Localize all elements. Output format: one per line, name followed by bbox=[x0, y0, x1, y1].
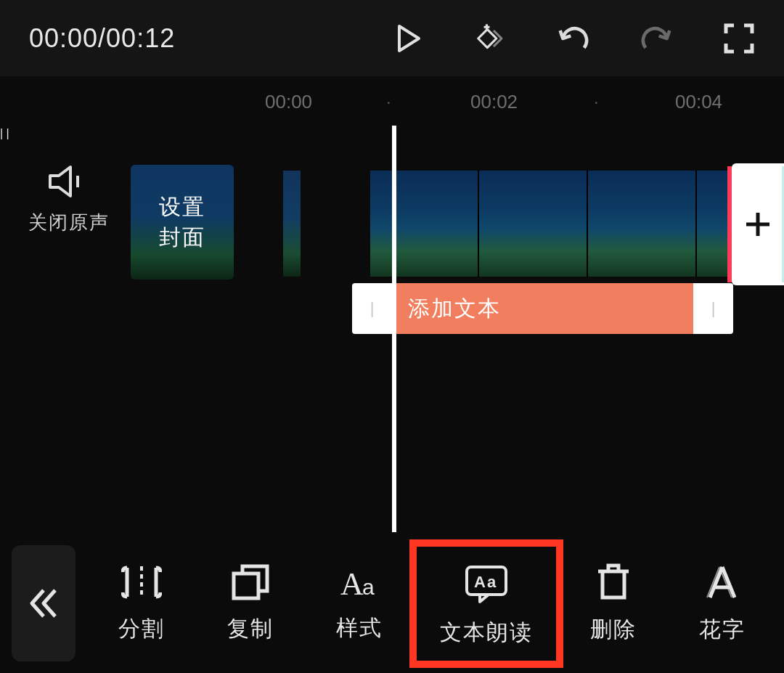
tts-tool[interactable]: Aa 文本朗读 bbox=[414, 544, 559, 664]
delete-tool[interactable]: 删除 bbox=[559, 550, 668, 658]
tts-label: 文本朗读 bbox=[440, 618, 533, 648]
fullscreen-icon bbox=[724, 23, 754, 54]
ruler-dot: · bbox=[594, 91, 599, 112]
clip-edge-slice bbox=[283, 171, 301, 277]
text-clip[interactable]: | 添加文本 | bbox=[352, 283, 733, 334]
style-tool[interactable]: A a 样式 bbox=[305, 551, 414, 656]
cover-label: 设置 封面 bbox=[159, 192, 205, 253]
back-button[interactable] bbox=[12, 545, 75, 661]
split-icon bbox=[121, 563, 162, 601]
fancy-text-tool[interactable]: 花字 bbox=[668, 550, 777, 658]
text-clip-body[interactable]: 添加文本 bbox=[392, 283, 693, 334]
tools-row: 分割 复制 A a 样式 Aa 文本朗读 bbox=[87, 544, 784, 664]
trash-icon bbox=[595, 563, 632, 602]
play-icon bbox=[393, 23, 423, 54]
redo-button[interactable] bbox=[640, 23, 672, 54]
split-label: 分割 bbox=[118, 614, 165, 644]
copy-icon bbox=[231, 563, 270, 601]
style-label: 样式 bbox=[336, 613, 383, 643]
svg-text:a: a bbox=[362, 575, 376, 599]
ruler-tick-2: 00:04 bbox=[675, 91, 722, 113]
style-icon: A a bbox=[338, 564, 381, 600]
fullscreen-button[interactable] bbox=[723, 23, 755, 54]
svg-text:A: A bbox=[340, 566, 365, 600]
keyframe-button[interactable] bbox=[475, 23, 507, 54]
clip-frame bbox=[588, 171, 697, 277]
text-clip-label: 添加文本 bbox=[408, 294, 501, 324]
text-clip-handle-right[interactable]: | bbox=[693, 283, 733, 334]
speaker-icon bbox=[47, 163, 91, 200]
chevron-left-double-icon bbox=[25, 584, 62, 622]
add-clip-button[interactable] bbox=[732, 163, 784, 285]
bottom-toolbar: 分割 复制 A a 样式 Aa 文本朗读 bbox=[0, 534, 784, 673]
play-button[interactable] bbox=[392, 23, 424, 54]
split-tool[interactable]: 分割 bbox=[87, 550, 196, 657]
undo-button[interactable] bbox=[558, 23, 589, 54]
ruler-dot: · bbox=[386, 91, 391, 112]
undo-icon bbox=[558, 24, 589, 53]
video-clip[interactable] bbox=[370, 171, 784, 277]
copy-label: 复制 bbox=[227, 614, 274, 644]
top-bar: 00:00/00:12 bbox=[0, 0, 784, 76]
keyframe-icon bbox=[475, 23, 507, 54]
clip-frame bbox=[370, 171, 479, 277]
text-clip-handle-left[interactable]: | bbox=[352, 283, 392, 334]
time-indicator: 00:00/00:12 bbox=[29, 23, 175, 54]
cover-thumb[interactable]: 设置 封面 bbox=[131, 165, 234, 280]
playhead[interactable] bbox=[392, 126, 396, 532]
mute-toggle[interactable]: 关闭原声 bbox=[22, 163, 116, 235]
fancy-text-icon bbox=[703, 563, 742, 602]
clip-frame bbox=[479, 171, 588, 277]
ruler-tick-0: 00:00 bbox=[265, 91, 312, 113]
svg-text:Aa: Aa bbox=[474, 573, 497, 591]
time-ruler[interactable]: 00:00 · 00:02 · 00:04 bbox=[0, 76, 784, 127]
timeline-area[interactable]: 关闭原声 设置 封面 | | | 添加文本 | bbox=[0, 127, 784, 534]
delete-label: 删除 bbox=[590, 615, 637, 645]
plus-icon bbox=[743, 210, 772, 239]
top-controls bbox=[392, 0, 769, 76]
mute-label: 关闭原声 bbox=[22, 210, 116, 235]
ruler-tick-1: 00:02 bbox=[470, 91, 518, 113]
fancy-label: 花字 bbox=[699, 615, 746, 645]
svg-rect-5 bbox=[234, 574, 258, 598]
copy-tool[interactable]: 复制 bbox=[196, 550, 305, 657]
tts-icon: Aa bbox=[462, 564, 510, 605]
redo-icon bbox=[640, 24, 672, 53]
